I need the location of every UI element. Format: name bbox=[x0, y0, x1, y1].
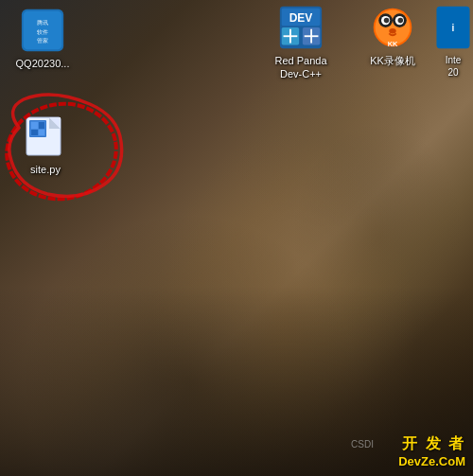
svg-text:DEV: DEV bbox=[289, 11, 313, 25]
svg-text:管家: 管家 bbox=[37, 37, 48, 44]
icon-kk[interactable]: KK KK录像机 bbox=[355, 5, 430, 67]
svg-point-22 bbox=[389, 28, 395, 34]
svg-rect-33 bbox=[39, 122, 44, 129]
svg-text:i: i bbox=[452, 23, 455, 33]
svg-point-20 bbox=[384, 18, 390, 24]
svg-text:腾讯: 腾讯 bbox=[37, 19, 48, 26]
svg-rect-35 bbox=[39, 130, 44, 135]
qq-icon-image: 腾讯 软件 管家 bbox=[20, 8, 65, 53]
csdi-label: CSDI bbox=[351, 439, 374, 450]
icon-qq[interactable]: 腾讯 软件 管家 QQ20230... bbox=[5, 8, 80, 70]
kk-icon-label: KK录像机 bbox=[370, 54, 415, 67]
intel-icon-image: i bbox=[430, 5, 473, 50]
sitepy-icon-label: site.py bbox=[30, 163, 61, 176]
intel-icon-label: Inte20 bbox=[446, 54, 462, 79]
svg-rect-32 bbox=[31, 122, 38, 129]
redpanda-icon-label: Red Panda Dev-C++ bbox=[274, 54, 326, 81]
watermark-chinese: 开 发 者 bbox=[402, 434, 465, 454]
desktop-icons: 腾讯 软件 管家 QQ20230... DEV bbox=[0, 0, 473, 476]
redpanda-icon-image: DEV bbox=[278, 5, 324, 50]
svg-text:KK: KK bbox=[388, 40, 398, 48]
icon-intel[interactable]: i Inte20 bbox=[433, 5, 473, 79]
watermark: 开 发 者 DevZe.CoM bbox=[398, 434, 465, 468]
icon-redpanda[interactable]: DEV Red Panda Dev-C++ bbox=[263, 5, 339, 81]
icon-sitepy[interactable]: site.py bbox=[8, 114, 83, 176]
kk-icon-image: KK bbox=[370, 5, 415, 50]
svg-rect-34 bbox=[31, 130, 38, 135]
watermark-url: DevZe.CoM bbox=[398, 454, 465, 468]
qq-icon-label: QQ20230... bbox=[16, 57, 70, 70]
svg-point-21 bbox=[398, 18, 404, 24]
svg-text:软件: 软件 bbox=[37, 28, 48, 35]
sitepy-icon-image bbox=[23, 114, 68, 159]
